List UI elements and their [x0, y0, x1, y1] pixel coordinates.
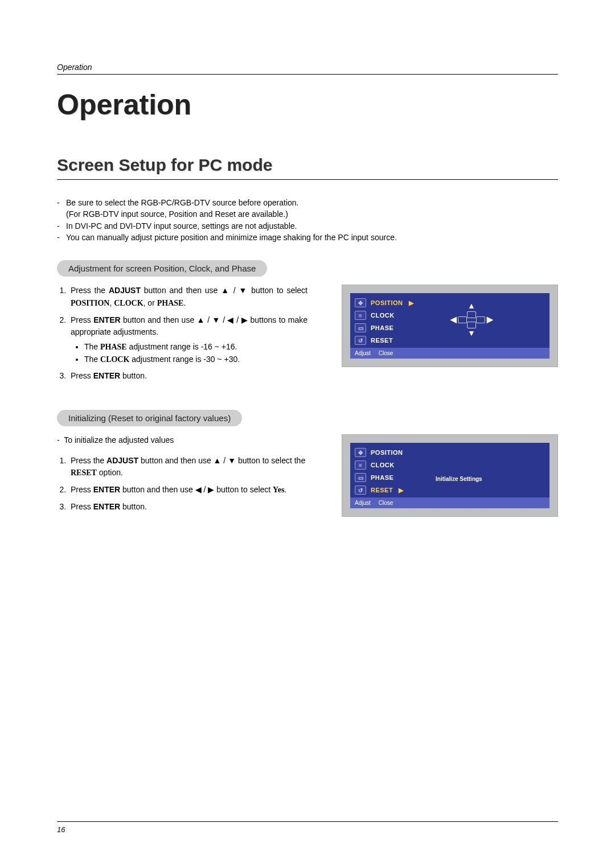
running-header: Operation	[57, 63, 558, 72]
clock-icon: ≡	[355, 460, 366, 470]
section1-pill: Adjustment for screen Position, Clock, a…	[57, 260, 267, 277]
section2-steps: Press the ADJUST button and then use ▲ /…	[57, 455, 308, 513]
section2-pill: Initializing (Reset to original factory …	[57, 410, 242, 426]
osd-foot-adjust: Adjust	[355, 500, 371, 506]
section1-body: Press the ADJUST button and then use ▲ /…	[57, 285, 558, 387]
reset-icon: ↺	[355, 336, 366, 345]
page-title: Operation	[57, 88, 558, 121]
section1-sub1: The PHASE adjustment range is -16 ~ +16.	[84, 341, 308, 353]
osd-item-reset: ↺ RESET	[355, 334, 434, 347]
section-subtitle: Screen Setup for PC mode	[57, 155, 558, 180]
clock-icon: ≡	[355, 311, 366, 320]
osd-footer: Adjust Close	[350, 497, 550, 508]
arrow-right-icon: ▶	[399, 487, 403, 494]
header-rule	[57, 74, 558, 75]
arrow-right-icon: ▶	[484, 314, 495, 325]
footer-rule	[57, 821, 558, 822]
position-icon: ✥	[355, 448, 366, 457]
section1-sub2: The CLOCK adjustment range is -30 ~ +30.	[84, 353, 308, 366]
arrow-up-icon: ▲	[466, 300, 477, 311]
osd-footer: Adjust Close	[350, 348, 550, 359]
osd-foot-close: Close	[379, 500, 393, 506]
reset-icon: ↺	[355, 486, 366, 495]
osd-item-phase: ▭ PHASE	[355, 471, 434, 484]
page-number: 16	[57, 825, 558, 834]
intro-block: - Be sure to select the RGB-PC/RGB-DTV s…	[57, 197, 558, 243]
arrow-right-icon: ▶	[409, 299, 413, 307]
phase-icon: ▭	[355, 323, 366, 332]
osd-foot-adjust: Adjust	[355, 350, 371, 356]
osd-initialize-settings: Initialize Settings	[436, 476, 527, 482]
intro-line-1: Be sure to select the RGB-PC/RGB-DTV sou…	[66, 198, 299, 207]
section2-step3: Press ENTER button.	[68, 501, 308, 513]
phase-icon: ▭	[355, 473, 366, 482]
position-icon: ✥	[355, 298, 366, 307]
osd-item-clock: ≡ CLOCK	[355, 309, 434, 322]
osd-foot-close: Close	[379, 350, 393, 356]
page-footer: 16	[57, 821, 558, 834]
osd-direction-pad: ▲ ▼ ◀ ▶	[434, 297, 509, 342]
intro-line-3: You can manually adjust picture position…	[66, 233, 397, 242]
section1-steps: Press the ADJUST button and then use ▲ /…	[57, 285, 308, 382]
section2-step1: Press the ADJUST button and then use ▲ /…	[68, 455, 308, 479]
intro-line-1b: (For RGB-DTV input source, Position and …	[66, 209, 288, 219]
section1-step1: Press the ADJUST button and then use ▲ /…	[68, 285, 308, 309]
osd-panel-position: ✥ POSITION ▶ ≡ CLOCK ▭ PHASE	[342, 285, 558, 367]
intro-line-2: In DVI-PC and DVI-DTV input source, sett…	[66, 221, 297, 231]
section1-step2: Press ENTER button and then use ▲ / ▼ / …	[68, 314, 308, 366]
section2-body: - To initialize the adjusted values Pres…	[57, 434, 558, 517]
osd-panel-reset: ✥ POSITION ≡ CLOCK ▭ PHASE ↺	[342, 434, 558, 517]
section2-intro: To initialize the adjusted values	[64, 435, 174, 445]
section1-step3: Press ENTER button.	[68, 370, 308, 382]
page: Operation Operation Screen Setup for PC …	[0, 0, 615, 868]
osd-item-position: ✥ POSITION ▶	[355, 297, 434, 309]
osd-item-position: ✥ POSITION	[355, 446, 434, 459]
osd-item-clock: ≡ CLOCK	[355, 459, 434, 471]
osd-item-phase: ▭ PHASE	[355, 322, 434, 334]
section2-step2: Press ENTER button and then use ◀ / ▶ bu…	[68, 484, 308, 496]
osd-item-reset: ↺ RESET ▶	[355, 484, 434, 496]
arrow-down-icon: ▼	[466, 327, 477, 339]
arrow-left-icon: ◀	[448, 314, 459, 325]
